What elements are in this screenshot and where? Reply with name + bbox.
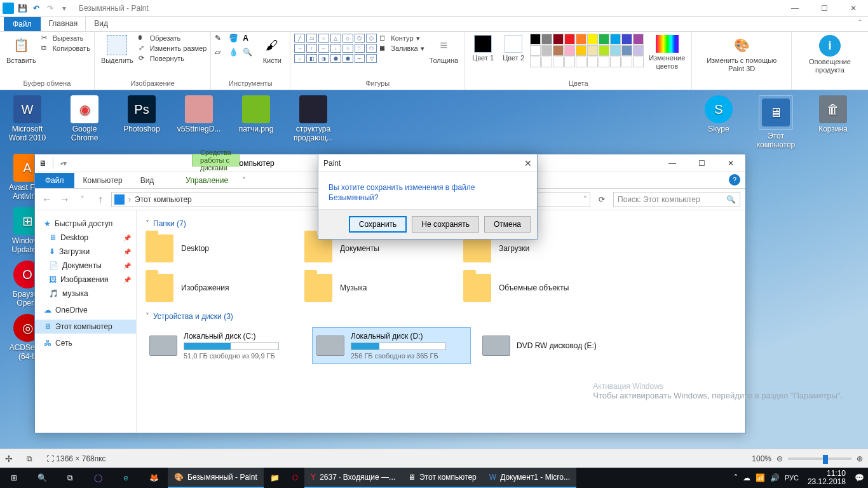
color-swatch[interactable] [599,34,609,44]
color-swatch[interactable] [541,34,552,44]
color-swatch[interactable] [599,57,609,67]
task-word[interactable]: WДокумент1 - Micro... [483,468,576,488]
desktop-icon[interactable]: WMicrosoft Word 2010 [5,95,50,142]
desktop-icon[interactable]: PsPhotoshop [119,95,164,142]
save-button[interactable]: Сохранить [349,216,407,233]
nav-onedrive[interactable]: ☁OneDrive [35,303,136,317]
color-swatch[interactable] [587,45,598,56]
task-paint[interactable]: 🎨Безымянный - Paint [168,468,264,488]
color2-button[interactable]: Цвет 2 [499,34,527,64]
color-swatch[interactable] [621,45,632,56]
color-swatch[interactable] [530,34,541,44]
explorer-maximize[interactable]: ☐ [687,154,716,172]
nav-item[interactable]: 🎵музыка [35,287,136,301]
folder-item[interactable]: Изображения [146,274,304,302]
qat-save-icon[interactable]: 💾 [17,3,28,14]
task-explorer[interactable]: 📁 [264,468,286,488]
drive-item[interactable]: DVD RW дисковод (E:) [478,327,637,364]
color-swatch[interactable] [564,57,575,67]
color-swatch[interactable] [576,57,587,67]
color-swatch[interactable] [553,57,564,67]
color-swatch[interactable] [564,45,575,56]
alerts-button[interactable]: i Оповещение продукта [796,34,864,75]
color-palette[interactable] [530,34,644,67]
color-swatch[interactable] [610,34,621,44]
drive-item[interactable]: Локальный диск (D:)256 ГБ свободно из 36… [312,327,471,364]
folder-item[interactable]: Объемные объекты [463,274,622,302]
zoom-icon[interactable]: 🔍 [243,48,255,60]
maximize-button[interactable]: ☐ [810,0,839,17]
select-button[interactable]: Выделить [98,34,136,66]
explorer-minimize[interactable]: — [658,154,687,172]
dialog-close-icon[interactable]: ✕ [524,158,532,168]
rotate-button[interactable]: ⟳Повернуть [139,54,207,63]
tab-view[interactable]: Вид [86,16,116,31]
cancel-button[interactable]: Отмена [484,216,531,233]
close-button[interactable]: ✕ [839,0,868,17]
paint-canvas[interactable]: WMicrosoft Word 2010 ◉Google Chrome PsPh… [0,90,868,449]
color-swatch[interactable] [610,45,621,56]
task-view-button[interactable]: ⧉ [56,468,84,488]
folder-item[interactable]: Desktop [146,234,304,262]
firefox-icon[interactable]: 🦊 [140,468,168,488]
desktop-icon[interactable]: патчи.png [234,95,278,142]
color-swatch[interactable] [553,45,564,56]
task-opera[interactable]: O [286,468,304,488]
text-icon[interactable]: A [243,34,255,46]
color-swatch[interactable] [610,57,621,67]
minimize-button[interactable]: — [780,0,810,17]
desktop-icon[interactable]: структура продающ... [291,95,336,142]
task-this-pc[interactable]: 🖥Этот компьютер [402,468,483,488]
explorer-tab-file[interactable]: Файл [35,173,74,188]
action-center-icon[interactable]: 💬 [855,473,864,482]
nav-network[interactable]: 🖧Сеть [35,336,136,350]
crop-button[interactable]: ⧯Обрезать [139,34,207,43]
edit-colors-button[interactable]: Изменение цветов [646,34,688,71]
color-swatch[interactable] [530,45,541,56]
desktop-icon-this-pc[interactable]: 🖥Этот компьютер [754,95,798,150]
edge-icon[interactable]: e [112,468,140,488]
nav-item[interactable]: 🖼Изображения📌 [35,273,136,287]
nav-item[interactable]: 📄Документы📌 [35,259,136,273]
folder-item[interactable]: Музыка [304,274,463,302]
explorer-close[interactable]: ✕ [716,154,745,172]
explorer-collapse-icon[interactable]: ˅ [237,173,251,188]
resize-button[interactable]: ⤢Изменить размер [139,44,207,53]
color-swatch[interactable] [621,57,632,67]
thickness-button[interactable]: ≡ Толщина [427,34,461,66]
cut-button[interactable]: ✂Вырезать [41,34,90,43]
zoom-in-icon[interactable]: ⊕ [857,454,863,463]
nav-forward-icon[interactable]: → [58,193,72,207]
desktop-icon[interactable]: 🗑Корзина [811,95,855,150]
tray-chevron-icon[interactable]: ˄ [734,473,738,482]
desktop-icon[interactable]: v5SttniegD... [177,95,221,142]
color-swatch[interactable] [633,34,644,44]
task-yandex-mail[interactable]: Y2637 · Входящие —... [304,468,402,488]
wifi-icon[interactable]: 📶 [756,473,765,482]
qat-undo-icon[interactable]: ↶ [31,3,42,14]
color-swatch[interactable] [541,57,552,67]
qat-redo-icon[interactable]: ↷ [44,3,56,14]
start-button[interactable]: ⊞ [0,468,28,488]
clock[interactable]: 11:10 23.12.2018 [804,470,850,486]
collapse-ribbon-icon[interactable]: ˆ [852,16,868,31]
nav-this-pc[interactable]: 🖥Этот компьютер [35,320,136,334]
dont-save-button[interactable]: Не сохранять [412,216,479,233]
onedrive-tray-icon[interactable]: ☁ [743,473,750,482]
pencil-icon[interactable]: ✎ [215,34,227,46]
paste-button[interactable]: 📋 Вставить [4,34,39,66]
help-icon[interactable]: ? [729,174,740,186]
nav-item[interactable]: 🖥Desktop📌 [35,231,136,245]
brushes-button[interactable]: 🖌 Кисти [258,34,286,66]
explorer-tab-view[interactable]: Вид [132,173,163,188]
refresh-icon[interactable]: ⟳ [594,192,609,207]
search-button[interactable]: 🔍 [28,468,56,488]
copy-button[interactable]: ⧉Копировать [41,44,90,53]
color-swatch[interactable] [587,57,598,67]
drives-header[interactable]: ˅Устройства и диски (3) [146,312,736,321]
color-swatch[interactable] [576,45,587,56]
color-swatch[interactable] [599,45,609,56]
qat-customize-icon[interactable]: ▾ [58,3,70,14]
color-swatch[interactable] [530,57,541,67]
explorer-tab-computer[interactable]: Компьютер [74,173,132,188]
